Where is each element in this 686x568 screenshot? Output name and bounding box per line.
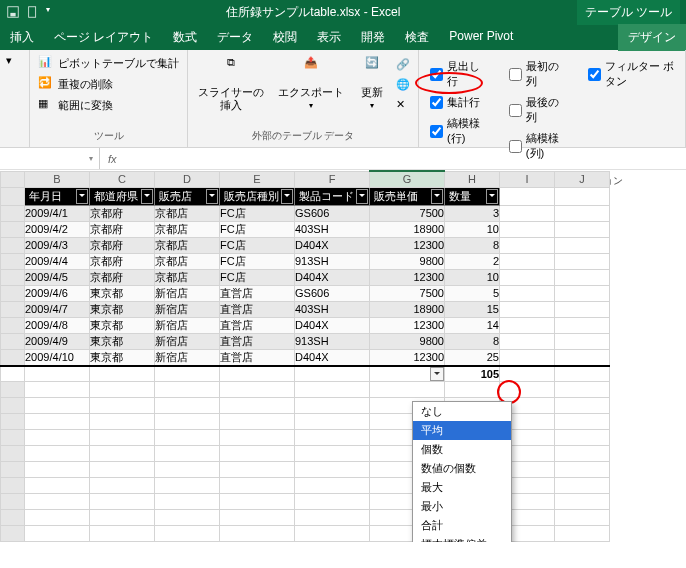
name-box[interactable]: ▾ [0,148,100,169]
empty-cell[interactable] [555,237,610,253]
empty-cell[interactable] [295,430,370,446]
empty-cell[interactable] [25,510,90,526]
tab-検査[interactable]: 検査 [395,24,439,51]
menu-item[interactable]: 平均 [413,421,511,440]
total-cell[interactable] [370,366,445,382]
empty-cell[interactable] [555,269,610,285]
total-cell[interactable] [155,366,220,382]
empty-cell[interactable] [555,317,610,333]
empty-cell[interactable] [220,510,295,526]
tab-データ[interactable]: データ [207,24,263,51]
data-cell[interactable]: D404X [295,317,370,333]
empty-cell[interactable] [555,333,610,349]
col-header[interactable]: F [295,171,370,187]
data-cell[interactable]: FC店 [220,205,295,221]
total-cell[interactable] [500,366,555,382]
data-cell[interactable]: 5 [445,285,500,301]
data-cell[interactable]: GS606 [295,205,370,221]
empty-cell[interactable] [155,526,220,542]
data-cell[interactable]: 2009/4/5 [25,269,90,285]
table-column-header[interactable]: 数量 [445,187,500,205]
data-cell[interactable]: 新宿店 [155,349,220,366]
filter-dropdown-icon[interactable] [141,189,153,204]
empty-cell[interactable] [555,478,610,494]
empty-cell[interactable] [155,382,220,398]
empty-cell[interactable] [555,462,610,478]
col-header[interactable]: E [220,171,295,187]
data-cell[interactable]: 12300 [370,269,445,285]
menu-item[interactable]: 最大 [413,478,511,497]
tab-Power Pivot[interactable]: Power Pivot [439,24,523,51]
empty-cell[interactable] [220,526,295,542]
data-cell[interactable]: 京都店 [155,221,220,237]
data-cell[interactable]: 2 [445,253,500,269]
data-cell[interactable]: 913SH [295,253,370,269]
table-column-header[interactable]: 製品コード [295,187,370,205]
empty-cell[interactable] [500,269,555,285]
empty-cell[interactable] [25,398,90,414]
row-header[interactable] [1,333,25,349]
tab-挿入[interactable]: 挿入 [0,24,44,51]
row-header[interactable] [1,285,25,301]
empty-cell[interactable] [155,430,220,446]
menu-item[interactable]: 数値の個数 [413,459,511,478]
header-row-checkbox[interactable]: 見出し行 [429,58,488,90]
empty-cell[interactable] [295,398,370,414]
empty-cell[interactable] [90,510,155,526]
data-cell[interactable]: 8 [445,333,500,349]
empty-cell[interactable] [500,301,555,317]
empty-cell[interactable] [555,205,610,221]
total-row-checkbox[interactable]: 集計行 [429,94,488,111]
empty-cell[interactable] [90,382,155,398]
filter-dropdown-icon[interactable] [431,189,443,204]
empty-cell[interactable] [25,526,90,542]
empty-cell[interactable] [555,430,610,446]
data-cell[interactable]: 京都府 [90,205,155,221]
data-cell[interactable]: 2009/4/6 [25,285,90,301]
col-header[interactable]: B [25,171,90,187]
data-cell[interactable]: 京都店 [155,269,220,285]
convert-to-range-button[interactable]: ▦範囲に変換 [36,96,181,114]
tab-開発[interactable]: 開発 [351,24,395,51]
data-cell[interactable]: 東京都 [90,333,155,349]
data-cell[interactable]: 14 [445,317,500,333]
col-header[interactable]: D [155,171,220,187]
empty-cell[interactable] [500,237,555,253]
data-cell[interactable]: 12300 [370,349,445,366]
filter-button-checkbox[interactable]: フィルター ボタン [587,58,675,90]
menu-item[interactable]: 標本標準偏差 [413,535,511,542]
empty-cell[interactable] [90,414,155,430]
empty-cell[interactable] [555,526,610,542]
empty-cell[interactable] [500,349,555,366]
empty-cell[interactable] [295,462,370,478]
empty-cell[interactable] [295,510,370,526]
empty-cell[interactable] [155,446,220,462]
data-cell[interactable]: 京都府 [90,221,155,237]
data-cell[interactable]: FC店 [220,221,295,237]
data-cell[interactable]: 2009/4/7 [25,301,90,317]
total-cell[interactable]: 105 [445,366,500,382]
select-all-corner[interactable] [1,171,25,187]
empty-cell[interactable] [555,398,610,414]
data-cell[interactable]: D404X [295,269,370,285]
tab-ページ レイアウト[interactable]: ページ レイアウト [44,24,163,51]
data-cell[interactable]: 直営店 [220,301,295,317]
empty-cell[interactable] [220,462,295,478]
data-cell[interactable]: 403SH [295,301,370,317]
data-cell[interactable]: 直営店 [220,333,295,349]
empty-cell[interactable] [25,478,90,494]
empty-cell[interactable] [220,414,295,430]
data-cell[interactable]: 京都府 [90,253,155,269]
data-cell[interactable]: 東京都 [90,285,155,301]
data-cell[interactable]: FC店 [220,269,295,285]
empty-cell[interactable] [555,494,610,510]
empty-cell[interactable] [295,446,370,462]
empty-cell[interactable] [155,398,220,414]
empty-cell[interactable] [500,382,555,398]
empty-cell[interactable] [220,446,295,462]
empty-cell[interactable] [220,430,295,446]
table-column-header[interactable]: 販売店種別 [220,187,295,205]
empty-cell[interactable] [155,414,220,430]
filter-dropdown-icon[interactable] [76,189,88,204]
data-cell[interactable]: 7500 [370,205,445,221]
